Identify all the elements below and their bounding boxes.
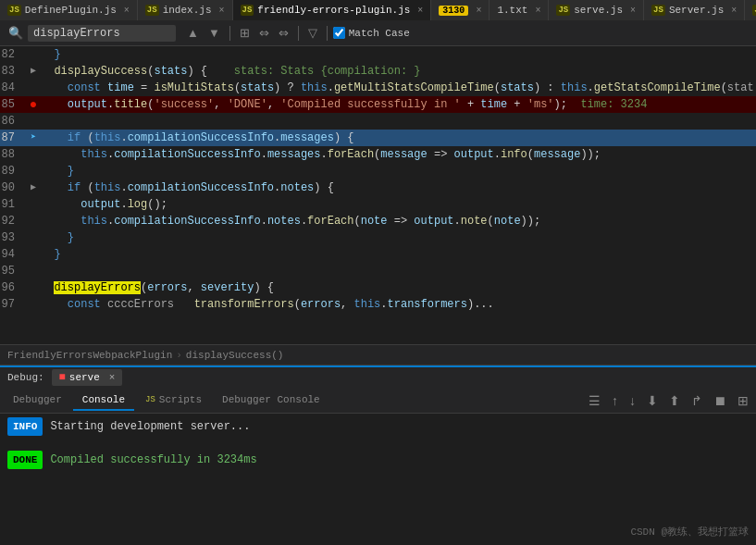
search-down-btn[interactable]: ▼ [204, 24, 224, 42]
search-up-btn[interactable]: ▲ [183, 24, 203, 42]
collapse-icon2[interactable]: ▶ [31, 180, 36, 196]
tab-close-icon[interactable]: × [731, 6, 737, 16]
tab-close-icon[interactable]: × [218, 6, 224, 16]
table-row: 93 } [0, 229, 756, 246]
debug-tab-close[interactable]: × [109, 372, 116, 383]
line-number: 92 [0, 213, 26, 229]
tab-label: 1.txt [497, 5, 527, 16]
line-number: 94 [0, 246, 26, 263]
search-action-group: ▲ ▼ ⊞ ⇔ ⇔ ▽ Match Case [183, 24, 410, 42]
tab-3130[interactable]: 3130 × [431, 0, 490, 20]
line-number: 91 [0, 196, 26, 213]
debug-label: Debug: [7, 372, 44, 383]
code-content: } [41, 163, 74, 180]
table-row: 87 ➤ if (this.compilationSuccessInfo.mes… [0, 130, 756, 146]
line-number: 85 [0, 96, 26, 113]
tab-js-icon: JS [241, 5, 254, 16]
table-row: 89 } [0, 163, 756, 180]
tab-debugger-label: Debugger [13, 394, 62, 405]
breadcrumb-part1: FriendlyErrorsWebpackPlugin [7, 350, 172, 361]
code-content: this.compilationSuccessInfo.messages.for… [41, 146, 601, 163]
tab-js-icon: JS [651, 5, 665, 16]
console-area: INFO Starting development server... DONE… [0, 414, 756, 545]
search-bar: 🔍 ▲ ▼ ⊞ ⇔ ⇔ ▽ Match Case [0, 20, 756, 46]
table-row: 91 output.log(); [0, 196, 756, 213]
panel-grid-btn[interactable]: ⊞ [734, 391, 752, 410]
tab-debugger[interactable]: Debugger [4, 390, 71, 411]
debug-bar: Debug: ■ serve × [0, 365, 756, 388]
watermark: CSDN @教练、我想打篮球 [630, 523, 749, 541]
table-row: 85 ● output.title('success', 'DONE', 'Co… [0, 96, 756, 113]
tab-label: index.js [163, 5, 212, 16]
search-expand-btn[interactable]: ⇔ [255, 24, 273, 42]
tab-1txt[interactable]: 1.txt × [490, 0, 549, 20]
tab-js-icon: JS [7, 5, 21, 16]
panel-stop-btn[interactable]: ⏹ [710, 391, 730, 410]
table-row: 86 [0, 113, 756, 130]
line-number: 95 [0, 263, 26, 279]
panel-action-buttons: ☰ ↑ ↓ ⬇ ⬆ ↱ ⏹ ⊞ [585, 391, 752, 410]
tab-close-icon[interactable]: × [417, 6, 423, 16]
list-item [7, 436, 749, 451]
panel-down-btn[interactable]: ↓ [626, 391, 639, 410]
line-number: 84 [0, 80, 26, 96]
tab-js-icon: JS [556, 5, 570, 16]
tab-js-icon: JS [145, 5, 159, 16]
tab-label: DefinePlugin.js [25, 5, 117, 16]
tab-console[interactable]: Console [73, 390, 134, 411]
stop-icon: ■ [59, 371, 66, 384]
tab-webpac[interactable]: JS webpac... × [745, 0, 756, 20]
search-input[interactable] [28, 25, 176, 42]
panel-menu-btn[interactable]: ☰ [585, 391, 604, 410]
console-text: Starting development server... [50, 417, 250, 436]
search-separator [229, 26, 230, 41]
tab-server[interactable]: JS Server.js × [644, 0, 745, 20]
tab-close-icon[interactable]: × [476, 6, 481, 16]
breakpoint-icon[interactable]: ● [30, 96, 37, 113]
code-content: } [41, 229, 74, 246]
code-content: const time = isMultiStats(stats) ? this.… [41, 80, 754, 96]
collapse-icon[interactable]: ▶ [31, 63, 36, 80]
debug-arrow-icon: ➤ [31, 130, 36, 146]
search-filter-btn[interactable]: ▽ [304, 24, 321, 42]
tab-definePlugin[interactable]: JS DefinePlugin.js × [0, 0, 138, 20]
tab-close-icon[interactable]: × [535, 6, 540, 16]
tab-badge: 3130 [439, 6, 468, 16]
line-number: 90 [0, 180, 26, 196]
code-content: const ccccErrors transformErrors(errors,… [41, 296, 494, 313]
breadcrumb-separator: › [176, 350, 182, 361]
code-content: if (this.compilationSuccessInfo.messages… [41, 130, 354, 146]
bottom-panel: Debug: ■ serve × Debugger Console JS Scr… [0, 365, 756, 545]
code-editor: 82 } 83 ▶ displaySuccess(stats) { stats:… [0, 46, 756, 344]
match-case-label[interactable]: Match Case [333, 27, 410, 39]
code-content: } [41, 46, 61, 63]
tab-index[interactable]: JS index.js × [138, 0, 233, 20]
panel-filter-btn[interactable]: ↱ [688, 391, 706, 410]
line-number: 88 [0, 146, 26, 163]
tab-serve[interactable]: JS serve.js × [549, 0, 644, 20]
search-separator2 [298, 26, 299, 41]
search-select-all-btn[interactable]: ⊞ [236, 24, 254, 42]
match-case-checkbox[interactable] [333, 27, 345, 39]
main-layout: JS DefinePlugin.js × JS index.js × JS fr… [0, 0, 756, 545]
code-content: if (this.compilationSuccessInfo.notes) { [41, 180, 334, 196]
table-row: 84 const time = isMultiStats(stats) ? th… [0, 80, 756, 96]
list-item: DONE Compiled successfully in 3234ms [7, 451, 749, 469]
tab-close-icon[interactable]: × [630, 6, 636, 16]
panel-export-btn[interactable]: ⬆ [665, 391, 684, 410]
table-row: 95 [0, 263, 756, 279]
line-number: 87 [0, 130, 26, 146]
table-row: 94 } [0, 246, 756, 263]
table-row: 90 ▶ if (this.compilationSuccessInfo.not… [0, 180, 756, 196]
debug-serve-tab[interactable]: ■ serve × [52, 369, 123, 386]
search-col-btn[interactable]: ⇔ [275, 24, 292, 42]
tab-friendly-errors[interactable]: JS friendly-errors-plugin.js × [233, 0, 432, 20]
tab-debugger-console[interactable]: Debugger Console [213, 390, 329, 411]
panel-up-btn[interactable]: ↑ [608, 391, 622, 410]
line-gutter: ▶ [26, 180, 41, 196]
tab-close-icon[interactable]: × [124, 6, 130, 16]
line-gutter: ● [26, 96, 41, 113]
panel-import-btn[interactable]: ⬇ [643, 391, 662, 410]
tab-scripts[interactable]: JS Scripts [136, 390, 211, 411]
console-text-done: Compiled successfully in 3234ms [50, 451, 256, 469]
